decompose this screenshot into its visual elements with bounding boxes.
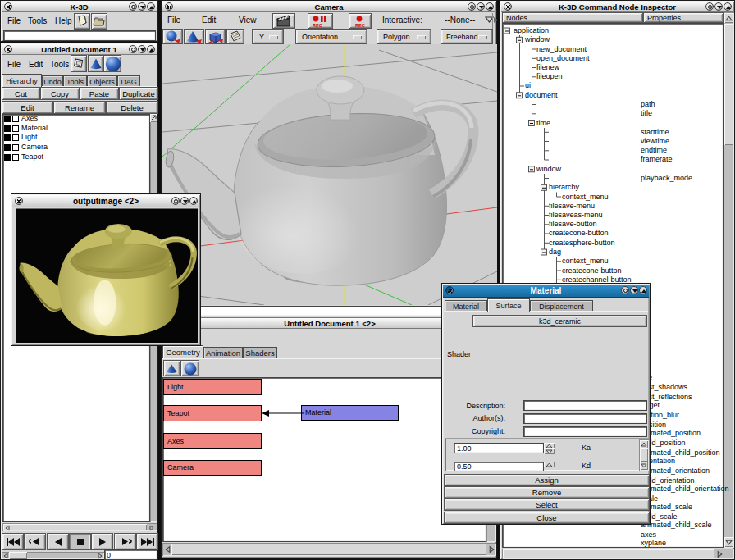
svg-text:REC: REC — [313, 23, 322, 27]
svg-text:REC: REC — [355, 23, 365, 27]
